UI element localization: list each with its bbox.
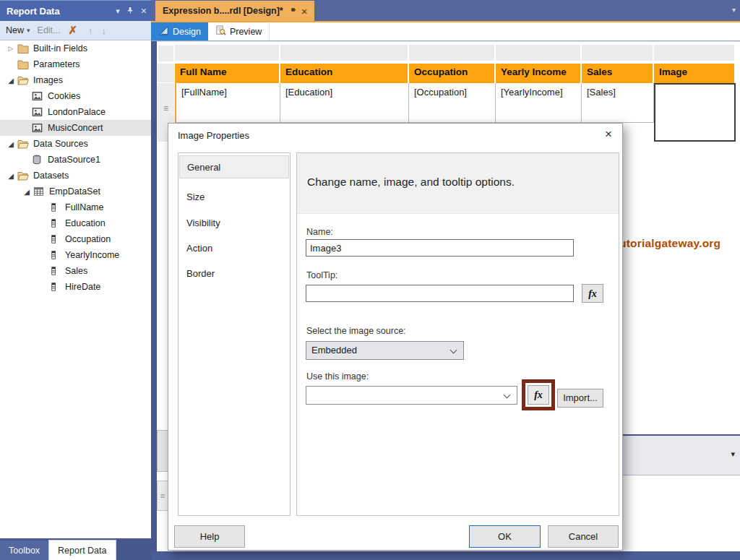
tab-preview[interactable]: Preview [208, 22, 270, 40]
tree-item-empdataset[interactable]: ◢ EmpDataSet [0, 184, 151, 199]
data-cell[interactable]: [FullName] [175, 83, 280, 123]
nav-item-size[interactable]: Size [179, 186, 289, 209]
header-cell[interactable]: Image [654, 64, 736, 83]
grouping-pane-header[interactable]: ▾ [623, 434, 740, 475]
expander-expanded-icon[interactable]: ◢ [20, 188, 33, 196]
expander-collapsed-icon[interactable]: ▷ [4, 45, 17, 52]
tree-item-datasets[interactable]: ◢ Datasets [0, 168, 151, 184]
table-header-row: Full Name Education Occupation Yearly In… [175, 64, 736, 83]
tree-item-sales[interactable]: Sales [0, 263, 151, 279]
cancel-button[interactable]: Cancel [548, 525, 619, 548]
tree-item-cookies[interactable]: Cookies [0, 88, 151, 104]
dialog-nav: General Size Visibility Action Border [178, 152, 291, 516]
header-cell[interactable]: Yearly Income [496, 64, 582, 83]
report-data-panel: Report Data ▾ × New ▾ Edit... ✗ ↑ ↓ ▷ Bu… [0, 0, 151, 560]
header-cell[interactable]: Sales [582, 64, 654, 83]
data-cell[interactable]: [Education] [280, 83, 409, 123]
data-cell[interactable]: [Sales] [582, 83, 654, 123]
tab-report-data[interactable]: Report Data [48, 540, 116, 560]
panel-title: Report Data [7, 6, 60, 17]
open-folder-icon [17, 75, 30, 85]
column-handle[interactable] [409, 45, 496, 62]
folder-icon [17, 59, 30, 69]
tooltip-label: ToolTip: [306, 270, 337, 280]
tree-item-musicconcert[interactable]: MusicConcert [0, 120, 151, 136]
nav-item-action[interactable]: Action [179, 237, 289, 260]
column-handle[interactable] [175, 45, 280, 62]
folder-icon [17, 43, 30, 53]
grip-icon: ≡ [163, 103, 168, 113]
image-source-dropdown[interactable]: Embedded [306, 341, 464, 360]
tablix-corner-handle[interactable] [158, 45, 174, 62]
design-icon [158, 25, 169, 38]
import-button[interactable]: Import... [557, 389, 603, 408]
header-row-handle[interactable] [158, 64, 174, 83]
help-button[interactable]: Help [174, 525, 245, 548]
tooltip-input[interactable] [306, 285, 574, 302]
expander-expanded-icon[interactable]: ◢ [4, 172, 17, 180]
row-group-handle[interactable]: ≡ [157, 481, 168, 511]
move-down-icon[interactable]: ↓ [102, 25, 107, 36]
nav-item-general[interactable]: General [179, 155, 289, 178]
data-cell[interactable]: [Occupation] [409, 83, 496, 123]
use-image-dropdown[interactable] [306, 386, 517, 405]
data-cell[interactable]: [YearlyIncome] [496, 83, 582, 123]
tooltip-fx-button[interactable]: fx [582, 284, 603, 303]
image-source-label: Select the image source: [306, 326, 406, 336]
expander-expanded-icon[interactable]: ◢ [4, 77, 17, 85]
tree-item-parameters[interactable]: Parameters [0, 56, 151, 72]
tab-design[interactable]: Design [151, 22, 208, 40]
column-handle[interactable] [654, 45, 736, 62]
tree-item-datasource1[interactable]: DataSource1 [0, 152, 151, 168]
designer-mode-toolbar: Design Preview [151, 22, 740, 41]
delete-icon[interactable]: ✗ [69, 24, 78, 37]
tree-item-data-sources[interactable]: ◢ Data Sources [0, 136, 151, 152]
column-handle[interactable] [496, 45, 582, 62]
edit-button[interactable]: Edit... [38, 25, 61, 35]
tree-item-londonpalace[interactable]: LondonPalace [0, 104, 151, 120]
close-icon[interactable]: × [301, 5, 308, 17]
field-icon [49, 202, 62, 212]
field-icon [49, 218, 62, 228]
tree-item-built-in-fields[interactable]: ▷ Built-in Fields [0, 40, 151, 56]
header-cell[interactable]: Occupation [409, 64, 496, 83]
preview-icon [215, 25, 226, 38]
header-cell[interactable]: Full Name [175, 64, 280, 83]
chevron-down-icon[interactable]: ▾ [731, 449, 735, 459]
column-handle[interactable] [280, 45, 409, 62]
close-icon[interactable]: × [601, 127, 616, 142]
document-tab[interactable]: Expression b....rdl [Design]* × [155, 1, 314, 21]
dialog-title: Image Properties [178, 130, 249, 141]
nav-item-border[interactable]: Border [179, 262, 289, 285]
image-fx-button[interactable]: fx [528, 385, 549, 405]
tab-list-caret-icon[interactable]: ▾ [732, 6, 736, 14]
chevron-down-icon [450, 347, 457, 354]
pin-icon[interactable] [126, 7, 134, 16]
tab-toolbox[interactable]: Toolbox [0, 540, 48, 560]
tree-item-education[interactable]: Education [0, 215, 151, 231]
ok-button[interactable]: OK [469, 525, 541, 548]
tree-item-fullname[interactable]: FullName [0, 199, 151, 215]
nav-item-visibility[interactable]: Visibility [179, 212, 289, 235]
dialog-header-text: Change name, image, and tooltip options. [307, 176, 515, 189]
close-icon[interactable]: × [141, 5, 147, 17]
use-image-label: Use this image: [306, 371, 369, 382]
name-input[interactable] [306, 239, 574, 257]
image-properties-dialog: Image Properties × General Size Visibili… [168, 123, 623, 551]
expander-expanded-icon[interactable]: ◢ [4, 140, 17, 148]
pin-icon[interactable] [288, 6, 296, 16]
header-cell[interactable]: Education [280, 64, 409, 83]
row-group-handle[interactable] [157, 430, 168, 472]
document-tabbar: Expression b....rdl [Design]* × ▾ [151, 0, 740, 21]
document-tab-title: Expression b....rdl [Design]* [163, 6, 283, 16]
image-cell-selected[interactable] [654, 83, 736, 142]
tree-item-images[interactable]: ◢ Images [0, 72, 151, 88]
window-position-icon[interactable]: ▾ [116, 7, 120, 16]
tree-item-occupation[interactable]: Occupation [0, 231, 151, 247]
move-up-icon[interactable]: ↑ [88, 25, 93, 36]
column-handle[interactable] [582, 45, 654, 62]
tree-item-yearlyincome[interactable]: YearlyIncome [0, 247, 151, 263]
new-button[interactable]: New [6, 25, 24, 35]
tree-item-hiredate[interactable]: HireDate [0, 279, 151, 295]
chevron-down-icon[interactable]: ▾ [27, 27, 30, 34]
